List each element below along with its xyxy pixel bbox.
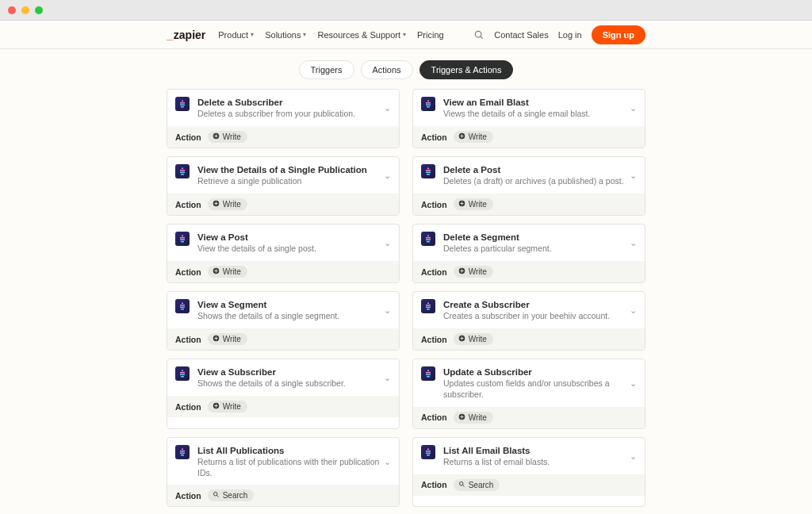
action-kind-label: Action	[175, 335, 201, 344]
chevron-down-icon: ▾	[303, 31, 306, 38]
svg-rect-43	[182, 240, 183, 241]
svg-line-111	[462, 485, 464, 486]
chevron-down-icon[interactable]: ⌄	[630, 305, 637, 316]
brand-logo[interactable]: _zapier	[167, 29, 205, 41]
svg-rect-62	[183, 307, 185, 309]
nav-link-pricing[interactable]: Pricing	[417, 30, 444, 40]
action-card-footer: ActionWrite	[413, 407, 645, 428]
svg-rect-76	[183, 372, 185, 374]
action-card-header[interactable]: List All PublicationsReturns a list of p…	[167, 438, 399, 485]
action-title: List All Publications	[197, 445, 391, 456]
app-icon	[175, 164, 190, 178]
signup-button[interactable]: Sign up	[592, 25, 645, 44]
chip-label: Write	[223, 335, 241, 343]
action-card-footer: ActionWrite	[167, 126, 399, 148]
action-card-header[interactable]: Delete a PostDeletes (a draft) or archiv…	[413, 157, 645, 194]
chevron-down-icon[interactable]: ⌄	[384, 373, 391, 383]
svg-rect-34	[427, 172, 429, 174]
svg-rect-80	[183, 374, 185, 376]
action-card-header[interactable]: View a SubscriberShows the details of a …	[167, 359, 399, 396]
svg-rect-36	[427, 174, 430, 175]
nav-link-label: Solutions	[265, 30, 301, 40]
action-card-header[interactable]: View an Email BlastViews the details of …	[413, 90, 645, 126]
svg-rect-107	[427, 452, 429, 454]
contact-sales-link[interactable]: Contact Sales	[494, 30, 548, 40]
svg-rect-2	[182, 101, 183, 102]
svg-rect-22	[183, 170, 185, 171]
action-description: Creates a subscriber in your beehiiv acc…	[443, 311, 637, 322]
action-card-header[interactable]: View a SegmentShows the details of a sin…	[167, 292, 399, 328]
svg-rect-15	[426, 105, 427, 106]
filter-triggers[interactable]: Triggers	[299, 60, 354, 79]
action-description: View the details of a single post.	[197, 244, 391, 255]
chevron-down-icon[interactable]: ⌄	[630, 451, 637, 461]
chevron-down-icon[interactable]: ⌄	[384, 171, 391, 181]
svg-rect-5	[182, 102, 183, 104]
action-card: Delete a SegmentDeletes a particular seg…	[412, 224, 645, 283]
svg-rect-33	[426, 172, 427, 174]
svg-rect-41	[182, 237, 183, 239]
svg-rect-25	[182, 172, 183, 174]
svg-rect-99	[181, 455, 184, 456]
search-icon[interactable]	[473, 29, 485, 40]
action-card-header[interactable]: View a PostView the details of a single …	[167, 224, 399, 261]
svg-rect-78	[180, 374, 182, 376]
svg-rect-39	[180, 237, 182, 239]
action-card-footer: ActionWrite	[167, 194, 399, 215]
nav-link-resources-support[interactable]: Resources & Support▾	[317, 30, 406, 40]
chevron-down-icon[interactable]: ⌄	[630, 238, 637, 248]
plus-circle-icon	[458, 413, 465, 422]
filter-triggers-actions[interactable]: Triggers & Actions	[419, 60, 514, 79]
action-title: View a Subscriber	[197, 366, 391, 378]
svg-rect-65	[427, 303, 429, 305]
search-icon	[213, 491, 220, 500]
action-card-header[interactable]: Create a SubscriberCreates a subscriber …	[413, 292, 645, 328]
svg-rect-49	[429, 237, 431, 239]
action-card: View a SegmentShows the details of a sin…	[167, 291, 400, 351]
action-card-header[interactable]: Delete a SubscriberDeletes a subscriber …	[167, 90, 399, 126]
action-card-footer: ActionWrite	[413, 126, 645, 148]
app-icon	[421, 299, 435, 313]
svg-rect-83	[427, 370, 429, 372]
svg-rect-61	[182, 307, 183, 309]
action-kind-label: Action	[175, 402, 201, 412]
action-card-header[interactable]: Delete a SegmentDeletes a particular seg…	[413, 224, 645, 261]
chevron-down-icon[interactable]: ⌄	[384, 103, 391, 113]
action-card-header[interactable]: View the Details of a Single Publication…	[167, 157, 399, 194]
action-card-header[interactable]: Update a SubscriberUpdates custom fields…	[413, 359, 645, 407]
chevron-down-icon[interactable]: ⌄	[384, 456, 391, 466]
svg-rect-60	[180, 307, 182, 309]
action-kind-label: Action	[175, 200, 201, 209]
plus-circle-icon	[458, 335, 465, 343]
action-card-header[interactable]: List All Email BlastsReturns a list of e…	[413, 438, 645, 474]
filter-actions[interactable]: Actions	[361, 60, 413, 79]
nav-link-product[interactable]: Product▾	[218, 30, 254, 40]
chevron-down-icon[interactable]: ⌄	[384, 305, 391, 316]
nav-link-label: Pricing	[417, 30, 444, 40]
chevron-down-icon[interactable]: ⌄	[630, 171, 637, 181]
window-close-icon[interactable]	[8, 6, 16, 14]
brand-text: zapier	[174, 29, 205, 41]
chip-label: Write	[223, 132, 241, 141]
window-zoom-icon[interactable]	[35, 6, 43, 14]
svg-rect-35	[429, 172, 431, 174]
svg-rect-3	[180, 102, 182, 104]
chevron-down-icon[interactable]: ⌄	[630, 378, 637, 388]
login-link[interactable]: Log in	[558, 30, 582, 40]
svg-rect-9	[181, 106, 184, 108]
svg-point-0	[476, 31, 482, 37]
nav-link-solutions[interactable]: Solutions▾	[265, 30, 306, 40]
svg-rect-70	[427, 307, 429, 309]
svg-rect-7	[182, 105, 183, 106]
chip-label: Write	[469, 413, 487, 422]
chevron-down-icon[interactable]: ⌄	[630, 103, 637, 113]
nav-link-label: Product	[218, 30, 248, 40]
action-kind-label: Action	[175, 132, 201, 142]
search-chip: Search	[454, 479, 500, 491]
plus-circle-icon	[213, 402, 220, 411]
action-kind-label: Action	[421, 335, 447, 344]
action-card-footer: ActionSearch	[167, 485, 399, 506]
action-description: Deletes a particular segment.	[443, 244, 637, 255]
window-minimize-icon[interactable]	[21, 6, 29, 14]
chevron-down-icon[interactable]: ⌄	[384, 238, 391, 248]
